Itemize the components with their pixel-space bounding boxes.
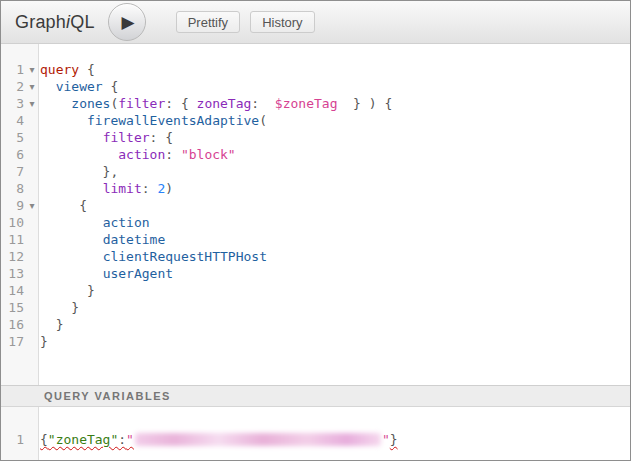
fold-gutter-spacer [24,248,40,265]
redacted-value [135,433,381,446]
code-line[interactable]: 13 userAgent [1,265,630,282]
fold-gutter-spacer [24,214,40,231]
line-number: 3 [1,95,24,112]
query-editor[interactable]: 1▾query {2▾ viewer {3▾ zones(filter: { z… [1,44,630,385]
code-line[interactable]: 14 } [1,282,630,299]
fold-gutter-spacer [24,163,40,180]
code-line[interactable]: 3▾ zones(filter: { zoneTag: $zoneTag } )… [1,95,630,112]
line-number: 17 [1,333,24,350]
line-number: 6 [1,146,24,163]
code-text: zones(filter: { zoneTag: $zoneTag } ) { [40,95,392,112]
code-line[interactable]: 10 action [1,214,630,231]
code-text: { [40,197,87,214]
toolbar: GraphiQL ▶ Prettify History [1,1,630,44]
code-text: clientRequestHTTPHost [40,248,267,265]
code-text: action: "block" [40,146,236,163]
line-number: 1 [1,61,24,78]
line-number: 7 [1,163,24,180]
fold-gutter-spacer [24,146,40,163]
app-title-prefix: Graph [15,12,66,32]
code-line[interactable]: 1{"zoneTag":""} [1,431,630,448]
line-number: 13 [1,265,24,282]
code-text: } [40,299,79,316]
fold-arrow-icon[interactable]: ▾ [24,197,40,214]
line-number: 4 [1,112,24,129]
code-text: } [40,333,48,350]
fold-gutter-spacer [24,112,40,129]
graphiql-window: GraphiQL ▶ Prettify History 1▾query {2▾ … [0,0,631,461]
code-line[interactable]: 16 } [1,316,630,333]
line-number: 11 [1,231,24,248]
line-number: 8 [1,180,24,197]
execute-button[interactable]: ▶ [108,3,146,41]
code-text: {"zoneTag":""} [40,431,398,448]
line-number: 14 [1,282,24,299]
fold-gutter-spacer [24,431,40,448]
line-number: 10 [1,214,24,231]
line-number: 5 [1,129,24,146]
code-text: } [40,316,63,333]
code-text: firewallEventsAdaptive( [40,112,267,129]
code-line[interactable]: 5 filter: { [1,129,630,146]
play-icon: ▶ [122,14,135,31]
code-line[interactable]: 12 clientRequestHTTPHost [1,248,630,265]
fold-gutter-spacer [24,129,40,146]
code-line[interactable]: 11 datetime [1,231,630,248]
code-line[interactable]: 17} [1,333,630,350]
fold-arrow-icon[interactable]: ▾ [24,78,40,95]
line-number: 1 [1,431,24,448]
code-text: } [40,282,95,299]
query-variables-header[interactable]: QUERY VARIABLES [1,385,630,407]
fold-gutter-spacer [24,333,40,350]
code-text: filter: { [40,129,173,146]
code-text: userAgent [40,265,173,282]
query-code-area: 1▾query {2▾ viewer {3▾ zones(filter: { z… [1,61,630,350]
code-text: query { [40,61,95,78]
fold-gutter-spacer [24,180,40,197]
fold-arrow-icon[interactable]: ▾ [24,61,40,78]
code-line[interactable]: 2▾ viewer { [1,78,630,95]
code-text: viewer { [40,78,118,95]
fold-gutter-spacer [24,265,40,282]
code-line[interactable]: 15 } [1,299,630,316]
code-text: limit: 2) [40,180,173,197]
app-title: GraphiQL [15,12,95,33]
prettify-button[interactable]: Prettify [176,11,240,33]
line-number: 12 [1,248,24,265]
code-text: datetime [40,231,165,248]
code-line[interactable]: 6 action: "block" [1,146,630,163]
line-number: 15 [1,299,24,316]
line-number: 2 [1,78,24,95]
history-button[interactable]: History [250,11,314,33]
variables-code-area: 1{"zoneTag":""} [1,431,630,448]
line-number: 9 [1,197,24,214]
variables-editor[interactable]: 1{"zoneTag":""} [1,407,630,460]
code-text: action [40,214,150,231]
app-title-suffix: QL [70,12,94,32]
fold-gutter-spacer [24,231,40,248]
fold-arrow-icon[interactable]: ▾ [24,95,40,112]
fold-gutter-spacer [24,316,40,333]
code-line[interactable]: 9▾ { [1,197,630,214]
code-line[interactable]: 1▾query { [1,61,630,78]
code-text: }, [40,163,118,180]
line-number: 16 [1,316,24,333]
code-line[interactable]: 8 limit: 2) [1,180,630,197]
code-line[interactable]: 4 firewallEventsAdaptive( [1,112,630,129]
code-line[interactable]: 7 }, [1,163,630,180]
fold-gutter-spacer [24,299,40,316]
fold-gutter-spacer [24,282,40,299]
